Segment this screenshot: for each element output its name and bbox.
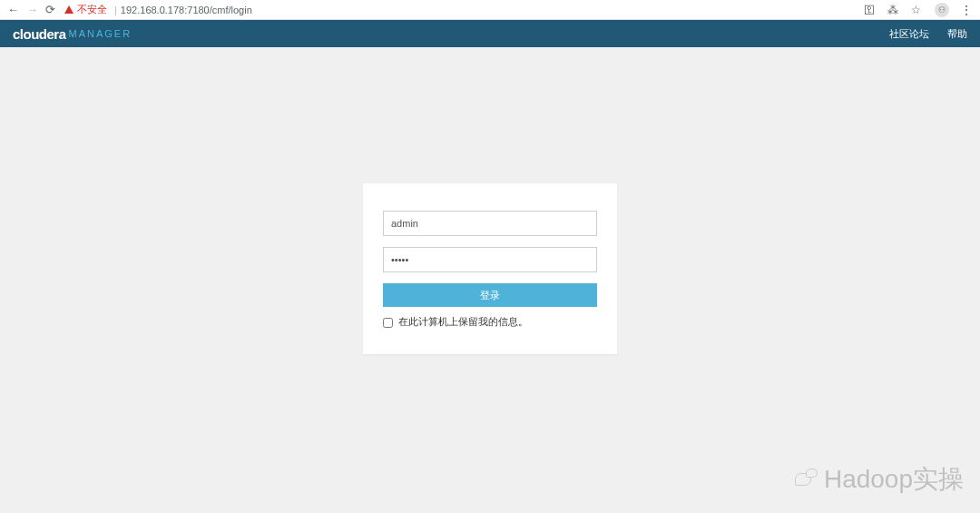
help-link[interactable]: 帮助 — [947, 27, 967, 41]
logo-main: cloudera — [13, 26, 66, 42]
warning-icon — [64, 5, 74, 14]
username-input[interactable] — [383, 211, 597, 236]
app-header: cloudera MANAGER 社区论坛 帮助 — [0, 20, 980, 47]
remember-label: 在此计算机上保留我的信息。 — [398, 316, 528, 329]
menu-dots-icon[interactable]: ⋮ — [960, 4, 973, 16]
key-icon[interactable]: ⚿ — [864, 4, 877, 16]
browser-toolbar: ← → ⟳ 不安全 | 192.168.0.178:7180/cmf/login… — [0, 0, 980, 20]
profile-avatar-icon[interactable]: ⚇ — [935, 3, 949, 17]
url-separator: | — [114, 5, 117, 15]
address-url[interactable]: 192.168.0.178:7180/cmf/login — [121, 5, 252, 15]
translate-icon[interactable]: ⁂ — [887, 4, 900, 16]
nav-arrows: ← → — [7, 3, 38, 16]
browser-right-icons: ⚿ ⁂ ☆ ⚇ ⋮ — [864, 3, 973, 17]
insecure-label: 不安全 — [77, 3, 107, 16]
password-input[interactable] — [383, 247, 597, 272]
back-icon[interactable]: ← — [7, 3, 19, 16]
star-icon[interactable]: ☆ — [911, 4, 924, 16]
community-link[interactable]: 社区论坛 — [889, 27, 929, 41]
logo-sub: MANAGER — [69, 28, 132, 39]
login-card: 登录 在此计算机上保留我的信息。 — [363, 183, 617, 354]
remember-row: 在此计算机上保留我的信息。 — [383, 316, 597, 329]
remember-checkbox[interactable] — [383, 318, 393, 328]
header-links: 社区论坛 帮助 — [889, 27, 967, 41]
login-button[interactable]: 登录 — [383, 283, 597, 307]
reload-icon[interactable]: ⟳ — [45, 3, 55, 16]
forward-icon[interactable]: → — [26, 3, 38, 16]
main-content: 登录 在此计算机上保留我的信息。 — [0, 47, 980, 513]
